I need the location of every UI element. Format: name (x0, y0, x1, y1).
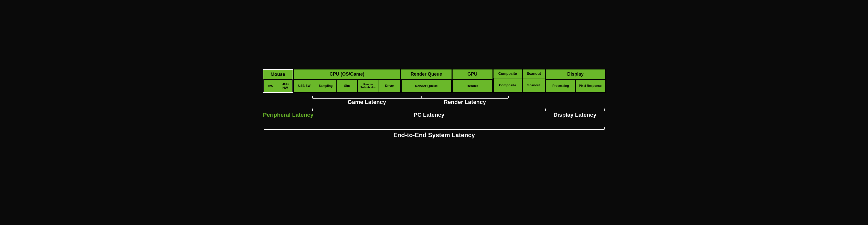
cpu-cell-2: Sim (336, 79, 358, 92)
cpu-cell-0: USB SW (294, 79, 315, 92)
gpu-title: GPU (453, 70, 493, 79)
display-bottom: Processing Pixel Response (546, 79, 605, 92)
mouse-bottom: HW USB HW (264, 80, 292, 92)
diagram-container: Mouse HW USB HW CPU (OS/Game) USB SW Sam… (255, 64, 613, 161)
cpu-cell-1: Sampling (315, 79, 336, 92)
brackets-svg: Game Latency Render Latency Peripheral L… (262, 94, 606, 150)
display-latency-label: Display Latency (553, 112, 596, 118)
render-queue-title: Render Queue (401, 70, 452, 79)
mouse-title: Mouse (264, 70, 292, 80)
gpu-cell: Render (453, 79, 493, 92)
display-cell-0: Processing (546, 79, 576, 92)
cpu-title: CPU (OS/Game) (294, 70, 400, 79)
display-title: Display (546, 70, 605, 79)
scanout-group: Scanout Scanout (522, 69, 546, 93)
peripheral-latency-label: Peripheral Latency (263, 112, 314, 118)
cpu-bottom: USB SW Sampling Sim Render Submission Dr… (294, 79, 400, 92)
cpu-group: CPU (OS/Game) USB SW Sampling Sim Render… (293, 69, 401, 93)
pc-latency-label: PC Latency (414, 112, 445, 118)
gpu-group: GPU Render (452, 69, 493, 93)
render-latency-label: Render Latency (443, 99, 486, 105)
render-queue-group: Render Queue Render Queue (401, 69, 452, 93)
composite-cell: Composite (494, 78, 522, 92)
game-latency-label: Game Latency (347, 99, 386, 105)
blocks-row: Mouse HW USB HW CPU (OS/Game) USB SW Sam… (262, 69, 606, 93)
display-group: Display Processing Pixel Response (546, 69, 606, 93)
composite-group: Composite Composite (493, 69, 522, 93)
mouse-hw-cell: HW (264, 80, 278, 92)
scanout-title: Scanout (523, 70, 545, 78)
cpu-cell-4: Driver (379, 79, 400, 92)
mouse-usb-hw-cell: USB HW (278, 80, 292, 92)
display-cell-1: Pixel Response (576, 79, 605, 92)
render-queue-cell: Render Queue (401, 79, 452, 92)
mouse-group: Mouse HW USB HW (262, 69, 293, 93)
scanout-cell: Scanout (523, 78, 545, 92)
cpu-cell-3: Render Submission (358, 79, 379, 92)
composite-title: Composite (494, 70, 522, 78)
end-to-end-latency-label: End-to-End System Latency (393, 132, 475, 139)
